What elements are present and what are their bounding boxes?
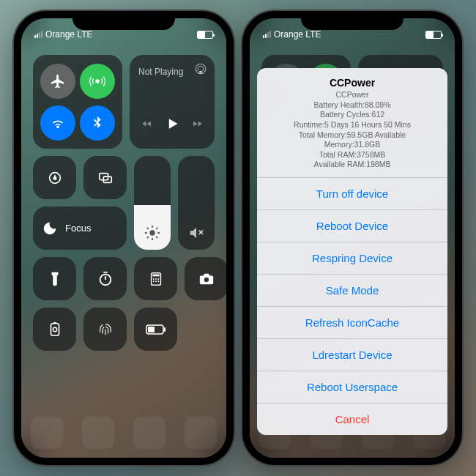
rotation-lock-toggle[interactable] [33,156,76,199]
sun-icon [144,225,160,241]
airplane-toggle[interactable] [40,64,75,99]
svg-line-14 [147,237,149,238]
phone-left: Orange LTE [14,11,234,465]
screen-right: Orange LTE CCPower CCPower Battery [250,18,455,458]
rotation-lock-icon [47,170,63,186]
svg-point-23 [152,278,154,280]
battery-icon [197,31,213,39]
battery-icon [425,31,442,39]
timer-icon [97,271,114,287]
dock-hint [21,417,226,449]
touchid-icon [97,321,114,338]
svg-point-24 [155,278,157,280]
svg-point-7 [149,230,155,235]
camera-button[interactable] [185,257,226,300]
prev-track-icon[interactable] [141,119,152,129]
battery-tile-icon [146,324,166,335]
ccpower-action-sheet: CCPower CCPower Battery Health:88.09% Ba… [257,68,447,435]
svg-rect-35 [148,327,155,332]
low-power-button[interactable] [33,308,76,351]
volume-slider[interactable] [178,156,215,250]
wifi-toggle[interactable] [40,105,75,141]
media-title: Not Playing [138,67,183,77]
sheet-info: CCPower Battery Health:88.09% Battery Cy… [266,90,439,170]
action-turn-off[interactable]: Turn off device [257,178,447,209]
play-icon[interactable] [165,116,179,131]
cellular-toggle[interactable] [80,64,115,99]
focus-button[interactable]: Focus [33,207,127,250]
bluetooth-icon [89,115,105,131]
focus-label: Focus [65,223,91,234]
cellular-icon [89,73,105,89]
airplane-icon [50,73,66,89]
sheet-title: CCPower [266,77,439,89]
svg-rect-31 [53,321,56,323]
svg-rect-4 [53,176,56,180]
screen-mirror-button[interactable] [83,156,127,199]
low-power-icon [47,321,63,338]
status-right [425,31,442,39]
connectivity-tile[interactable] [33,55,122,149]
action-cancel[interactable]: Cancel [257,403,447,435]
signal-icon [263,31,271,38]
action-refresh-iconcache[interactable]: Refresh IconCache [257,306,447,338]
action-safe-mode[interactable]: Safe Mode [257,274,447,306]
calculator-icon [148,271,164,287]
media-tile[interactable]: Not Playing [130,55,215,149]
action-ldrestart[interactable]: Ldrestart Device [257,338,447,371]
action-reboot[interactable]: Reboot Device [257,209,447,242]
svg-point-29 [204,277,208,281]
status-left: Orange LTE [34,29,92,40]
media-controls [141,116,203,131]
mute-icon [188,225,204,241]
carrier-label: Orange LTE [45,29,92,40]
svg-rect-22 [152,274,159,276]
svg-point-18 [100,274,111,285]
camera-icon [198,271,215,287]
bluetooth-toggle[interactable] [80,105,115,141]
svg-point-27 [155,280,157,282]
svg-line-13 [156,237,157,238]
svg-line-12 [147,228,149,229]
brightness-slider[interactable] [134,156,171,250]
svg-point-32 [53,327,57,332]
touchid-button[interactable] [83,308,127,351]
svg-rect-34 [164,327,166,332]
svg-point-26 [152,280,154,282]
timer-button[interactable] [83,257,127,300]
carrier-label: Orange LTE [274,29,321,40]
svg-point-25 [157,278,159,280]
screen-mirror-icon [97,170,114,186]
notch [72,11,175,30]
action-respring[interactable]: Respring Device [257,242,447,274]
airplay-icon[interactable] [194,62,207,75]
wifi-icon [50,115,66,131]
flashlight-icon [47,271,63,287]
action-reboot-userspace[interactable]: Reboot Userspace [257,371,447,403]
sheet-header: CCPower CCPower Battery Health:88.09% Ba… [257,68,447,178]
screen-left: Orange LTE [21,18,226,458]
calculator-button[interactable] [134,257,177,300]
phone-right: Orange LTE CCPower CCPower Battery [242,11,462,465]
flashlight-button[interactable] [33,257,76,300]
svg-line-15 [156,228,157,229]
next-track-icon[interactable] [193,119,203,129]
status-right [197,31,213,39]
signal-icon [34,31,42,38]
notch [301,11,404,30]
battery-tile-button[interactable] [134,308,177,351]
moon-icon [42,220,58,237]
svg-rect-30 [51,323,59,335]
control-center: Not Playing [21,18,226,458]
svg-point-0 [95,79,100,83]
status-left: Orange LTE [263,29,321,40]
svg-point-28 [157,280,159,282]
